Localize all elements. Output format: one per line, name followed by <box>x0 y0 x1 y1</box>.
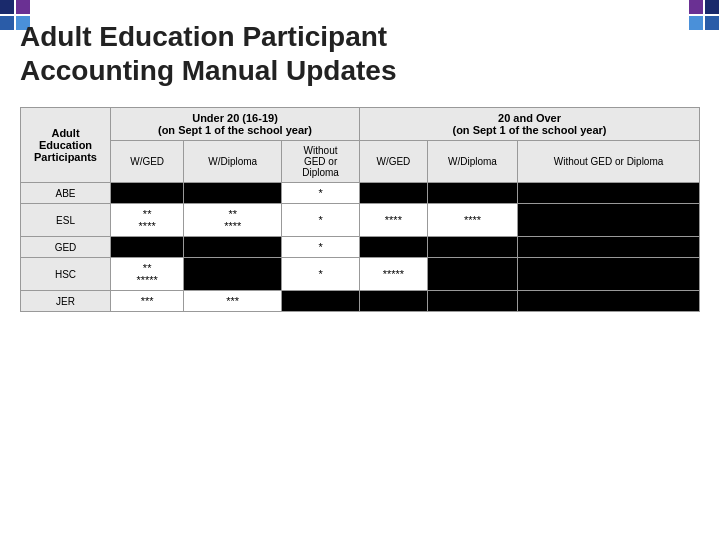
col-header-wdiploma1: W/Diploma <box>184 141 282 183</box>
col-header-wdiploma2: W/Diploma <box>427 141 517 183</box>
cell-jer-c3 <box>282 291 360 312</box>
cell-jer-c2: *** <box>184 291 282 312</box>
cell-jer-c1: *** <box>111 291 184 312</box>
cell-hsc-c1: ** ***** <box>111 258 184 291</box>
cell-abe-c3: * <box>282 183 360 204</box>
col-header-without1: Without GED or Diploma <box>282 141 360 183</box>
row-label-jer: JER <box>21 291 111 312</box>
cell-ged-c3: * <box>282 237 360 258</box>
cell-abe-c5 <box>427 183 517 204</box>
cell-esl-c5: **** <box>427 204 517 237</box>
cell-esl-c1: ** **** <box>111 204 184 237</box>
cell-ged-c6 <box>518 237 700 258</box>
cell-abe-c1 <box>111 183 184 204</box>
cell-jer-c5 <box>427 291 517 312</box>
cell-hsc-c3: * <box>282 258 360 291</box>
row-label-ged: GED <box>21 237 111 258</box>
cell-ged-c2 <box>184 237 282 258</box>
cell-ged-c1 <box>111 237 184 258</box>
cell-hsc-c5 <box>427 258 517 291</box>
cell-abe-c4 <box>360 183 428 204</box>
col-group-under20: Under 20 (16-19) (on Sept 1 of the schoo… <box>111 108 360 141</box>
cell-hsc-c6 <box>518 258 700 291</box>
col-header-participants: Adult Education Participants <box>21 108 111 183</box>
row-label-abe: ABE <box>21 183 111 204</box>
row-label-esl: ESL <box>21 204 111 237</box>
cell-esl-c2: ** **** <box>184 204 282 237</box>
cell-ged-c4 <box>360 237 428 258</box>
cell-esl-c3: * <box>282 204 360 237</box>
col-header-without2: Without GED or Diploma <box>518 141 700 183</box>
cell-hsc-c2 <box>184 258 282 291</box>
row-label-hsc: HSC <box>21 258 111 291</box>
cell-abe-c2 <box>184 183 282 204</box>
col-header-wged1: W/GED <box>111 141 184 183</box>
col-header-wged2: W/GED <box>360 141 428 183</box>
participants-table: Adult Education Participants Under 20 (1… <box>20 107 700 312</box>
cell-hsc-c4: ***** <box>360 258 428 291</box>
col-group-over20: 20 and Over (on Sept 1 of the school yea… <box>360 108 700 141</box>
cell-esl-c6 <box>518 204 700 237</box>
cell-esl-c4: **** <box>360 204 428 237</box>
page-title: Adult Education Participant Accounting M… <box>20 20 700 87</box>
cell-abe-c6 <box>518 183 700 204</box>
cell-jer-c4 <box>360 291 428 312</box>
cell-jer-c6 <box>518 291 700 312</box>
cell-ged-c5 <box>427 237 517 258</box>
